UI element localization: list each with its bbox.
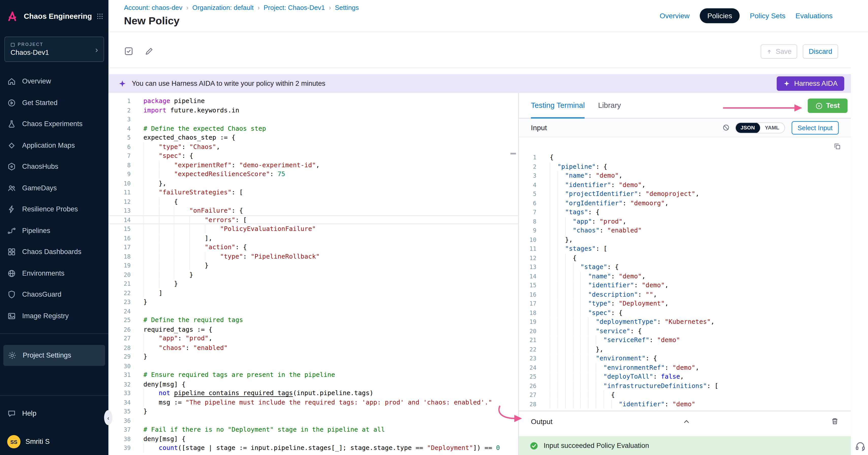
code-line-17: 17"type": "Deployment", — [519, 299, 851, 308]
code-line-23: 23} — [108, 297, 518, 306]
copy-icon[interactable] — [834, 143, 841, 150]
sidebar-item-project-settings[interactable]: Project Settings — [3, 345, 105, 366]
line-number: 6 — [108, 142, 131, 151]
sidebar-item-overview[interactable]: Overview — [0, 71, 108, 92]
sidebar-header: Chaos Engineering — [0, 0, 108, 27]
sidebar-item-label: Application Maps — [22, 141, 75, 150]
support-headset-icon[interactable] — [855, 441, 866, 452]
sidebar-item-chaos-dashboards[interactable]: Chaos Dashboards — [0, 241, 108, 263]
sidebar-item-environments[interactable]: Environments — [0, 263, 108, 284]
trash-icon[interactable] — [831, 417, 839, 425]
line-number: 13 — [108, 206, 131, 215]
tab-testing-terminal[interactable]: Testing Terminal — [531, 93, 585, 118]
line-number: 2 — [519, 162, 536, 171]
line-number: 27 — [108, 334, 131, 343]
sidebar-item-get-started[interactable]: Get Started — [0, 92, 108, 113]
sidebar-item-application-maps[interactable]: Application Maps — [0, 135, 108, 156]
sidebar-item-pipelines[interactable]: Pipelines — [0, 220, 108, 241]
aida-banner: You can use Harness AIDA to write your p… — [108, 74, 851, 93]
test-button[interactable]: Test — [808, 98, 847, 113]
code-line-11: 11"failureStrategies": [ — [108, 188, 518, 197]
shield-icon — [7, 290, 16, 299]
dashboard-icon — [7, 248, 16, 257]
code-line-8: 8"app": "prod", — [519, 217, 851, 226]
line-number: 13 — [519, 262, 536, 271]
tab-overview[interactable]: Overview — [660, 12, 689, 20]
save-label: Save — [776, 48, 792, 56]
sidebar-item-label: Resilience Probes — [22, 205, 78, 214]
sidebar-item-resilience-probes[interactable]: Resilience Probes — [0, 199, 108, 220]
breadcrumb-link[interactable]: Account: chaos-dev — [124, 4, 183, 12]
sidebar-item-gamedays[interactable]: GameDays — [0, 177, 108, 199]
code-line-14: 14"errors": [ — [108, 215, 518, 224]
code-line-36: 36 — [108, 416, 518, 425]
line-number: 14 — [108, 215, 131, 224]
breadcrumb-link[interactable]: Project: Chaos-Dev1 — [264, 4, 325, 12]
code-line-26: 26required_tags := { — [108, 325, 518, 334]
discard-button[interactable]: Discard — [803, 44, 838, 59]
harness-aida-button[interactable]: Harness AIDA — [777, 76, 844, 91]
collapse-output-icon[interactable] — [682, 418, 690, 426]
tab-policy-sets[interactable]: Policy Sets — [750, 12, 785, 20]
select-input-button[interactable]: Select Input — [792, 121, 839, 134]
code-line-31: 31# Ensure required tags are present in … — [108, 370, 518, 379]
sidebar-collapse-button[interactable]: ‹ — [104, 410, 113, 425]
project-selector[interactable]: PROJECT Chaos-Dev1 › — [4, 37, 104, 62]
breadcrumb-link[interactable]: Settings — [335, 4, 359, 12]
code-line-25: 25"deployToAll": false, — [519, 372, 851, 381]
sidebar-item-label: ChaosGuard — [22, 291, 61, 299]
line-number: 19 — [108, 261, 131, 270]
terminal-tabs: Testing TerminalLibrary — [531, 93, 621, 118]
output-section-label: Output — [531, 417, 553, 426]
line-number: 22 — [108, 288, 131, 297]
format-option-yaml[interactable]: YAML — [760, 122, 784, 133]
line-number: 31 — [108, 370, 131, 379]
breadcrumb-separator: › — [258, 4, 260, 12]
line-number: 1 — [519, 153, 536, 162]
sidebar-item-chaoshubs[interactable]: ChaosHubs — [0, 156, 108, 177]
input-json-editor[interactable]: 1{2"pipeline": {3"name": "demo",4"identi… — [519, 153, 851, 409]
code-line-15: 15"identifier": "demo", — [519, 281, 851, 290]
line-number: 18 — [519, 308, 536, 317]
line-number: 12 — [519, 253, 536, 262]
line-number: 19 — [519, 317, 536, 326]
main-content: Account: chaos-dev›Organization: default… — [108, 0, 868, 455]
line-number: 37 — [108, 425, 131, 434]
sidebar-item-chaosguard[interactable]: ChaosGuard — [0, 284, 108, 305]
line-number: 4 — [108, 124, 131, 133]
tab-evaluations[interactable]: Evaluations — [796, 12, 833, 20]
get-started-icon — [7, 98, 16, 107]
line-number: 17 — [519, 299, 536, 308]
application-maps-icon — [7, 141, 16, 150]
line-number: 25 — [108, 316, 131, 325]
user-menu[interactable]: SS Smriti S — [0, 431, 108, 453]
line-number: 15 — [108, 224, 131, 233]
breadcrumb-link[interactable]: Organization: default — [192, 4, 254, 12]
line-number: 23 — [519, 354, 536, 363]
module-grid-icon[interactable] — [96, 13, 103, 20]
code-line-15: 15"PolicyEvaluationFailure" — [108, 224, 518, 233]
breadcrumb-separator: › — [329, 4, 331, 12]
sparkle-icon — [784, 80, 790, 87]
line-number: 16 — [108, 233, 131, 242]
tab-library[interactable]: Library — [598, 93, 621, 118]
policy-check-icon[interactable] — [124, 46, 133, 56]
line-number: 32 — [108, 379, 131, 389]
ban-icon[interactable] — [722, 124, 730, 131]
save-button[interactable]: Save — [761, 44, 797, 59]
sidebar-item-image-registry[interactable]: Image Registry — [0, 305, 108, 327]
edit-icon[interactable] — [145, 47, 153, 56]
code-line-2: 2"pipeline": { — [519, 162, 851, 171]
aida-button-label: Harness AIDA — [794, 80, 838, 88]
tab-policies[interactable]: Policies — [700, 8, 740, 23]
breadcrumb-separator: › — [186, 4, 189, 12]
policy-code-editor[interactable]: 1package pipeline2import future.keywords… — [108, 93, 518, 455]
sidebar-nav: OverviewGet StartedChaos ExperimentsAppl… — [0, 71, 108, 327]
sidebar-item-chaos-experiments[interactable]: Chaos Experiments — [0, 113, 108, 135]
format-option-json[interactable]: JSON — [736, 122, 760, 133]
line-number: 2 — [108, 105, 131, 115]
people-icon — [7, 184, 16, 193]
code-line-35: 35} — [108, 407, 518, 416]
sidebar-item-help[interactable]: Help — [0, 403, 108, 424]
input-section-label: Input — [531, 123, 722, 132]
